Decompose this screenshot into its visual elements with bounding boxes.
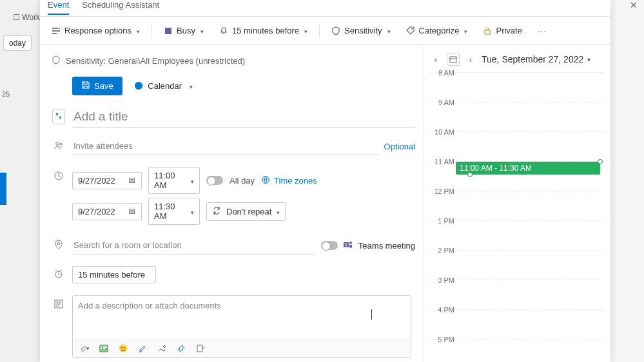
reminder-value: 15 minutes before: [78, 270, 145, 280]
calendar-picker[interactable]: Calendar: [135, 81, 193, 91]
sensitivity-button[interactable]: Sensitivity: [327, 24, 395, 37]
event-preview-block[interactable]: 11:00 AM - 11:30 AM: [456, 162, 600, 175]
tab-event[interactable]: Event: [48, 0, 69, 15]
svg-point-8: [57, 242, 60, 245]
hour-label: 1 PM: [430, 217, 454, 225]
reminder-ribbon-label: 15 minutes before: [232, 26, 299, 35]
mini-date-header[interactable]: Tue, September 27, 2022 ▾: [482, 54, 590, 64]
svg-point-4: [56, 142, 59, 145]
more-button[interactable]: ···: [534, 24, 551, 37]
svg-point-0: [59, 28, 60, 29]
teams-meeting-toggle[interactable]: [321, 241, 338, 250]
calendar-chip-label: Calendar: [148, 81, 182, 91]
hour-label: 10 AM: [430, 128, 454, 136]
hour-label: 2 PM: [430, 247, 454, 254]
more-icon: ···: [538, 26, 547, 35]
caret-icon: ▾: [587, 56, 590, 63]
caret-icon: [187, 81, 193, 91]
busy-button[interactable]: Busy: [160, 24, 208, 37]
private-label: Private: [496, 26, 522, 35]
svg-point-18: [124, 347, 125, 348]
image-icon[interactable]: [99, 343, 109, 354]
calendar-icon: 📅︎: [128, 176, 136, 185]
close-button[interactable]: ✕: [630, 0, 638, 10]
repeat-field[interactable]: Don't repeat: [206, 202, 286, 221]
ribbon: Response options Busy 15 minutes before …: [40, 17, 610, 45]
mini-date-text: Tue, September 27, 2022: [482, 54, 583, 64]
hour-grid[interactable]: 8 AM 9 AM 10 AM 11 AM 12 PM 1 PM 2 PM 3 …: [430, 72, 604, 362]
highlight-icon[interactable]: [137, 343, 148, 354]
sensitivity-label: Sensitivity: [344, 26, 382, 35]
end-time-value: 11:30 AM: [154, 202, 186, 221]
end-time-field[interactable]: 11:30 AM: [148, 198, 200, 225]
prev-day-button[interactable]: ‹: [430, 55, 442, 64]
allday-toggle[interactable]: [206, 176, 223, 185]
svg-point-11: [349, 242, 352, 244]
location-input[interactable]: [72, 236, 315, 254]
bg-selected-day-strip: [0, 173, 6, 205]
categorize-button[interactable]: Categorize: [402, 24, 472, 37]
svg-rect-1: [165, 28, 171, 34]
description-icon: [54, 299, 64, 311]
end-date-field[interactable]: 9/27/2022 📅︎: [72, 203, 142, 220]
shield-outline-icon: [52, 55, 61, 66]
reminder-field[interactable]: 15 minutes before: [72, 266, 156, 283]
description-container: ▾: [72, 295, 411, 358]
response-options-button[interactable]: Response options: [48, 24, 144, 37]
bg-today-button[interactable]: oday: [3, 35, 32, 51]
event-resize-handle-top[interactable]: [598, 159, 603, 164]
template-icon[interactable]: [195, 343, 206, 354]
tab-scheduling-assistant[interactable]: Scheduling Assistant: [82, 0, 159, 14]
attach-icon[interactable]: ▾: [79, 343, 90, 354]
private-button[interactable]: Private: [479, 24, 525, 37]
tab-bar: Event Scheduling Assistant: [40, 0, 610, 17]
hour-label: 3 PM: [430, 276, 454, 284]
event-dialog: Event Scheduling Assistant Response opti…: [40, 0, 610, 362]
calendar-color-dot: [135, 82, 142, 90]
title-decor-icon[interactable]: [52, 110, 65, 124]
description-toolbar: ▾: [73, 339, 411, 357]
hour-label: 9 AM: [430, 99, 454, 106]
bg-visible-date: 25: [2, 90, 10, 98]
text-cursor: [371, 309, 372, 319]
svg-point-16: [119, 345, 127, 352]
attendees-input[interactable]: [72, 137, 379, 155]
busy-icon: [164, 26, 173, 35]
hour-label: 8 AM: [430, 69, 454, 77]
save-button[interactable]: Save: [72, 77, 122, 95]
caret-icon: [463, 26, 467, 35]
emoji-icon[interactable]: [118, 343, 128, 354]
day-preview-pane: ‹ › Tue, September 27, 2022 ▾ 8 AM 9 AM …: [424, 45, 610, 362]
response-options-icon: [52, 26, 61, 35]
start-date-field[interactable]: 9/27/2022 📅︎: [72, 172, 142, 189]
hour-label: 4 PM: [430, 306, 454, 314]
svg-rect-19: [197, 345, 202, 352]
svg-point-5: [60, 142, 62, 144]
caret-icon: [386, 26, 391, 35]
event-resize-handle-bottom[interactable]: [467, 172, 473, 177]
start-time-field[interactable]: 11:00 AM: [148, 167, 200, 194]
title-input[interactable]: [72, 106, 415, 128]
ribbon-divider: [151, 24, 152, 37]
repeat-label: Don't repeat: [226, 207, 271, 216]
description-input[interactable]: [73, 296, 411, 337]
reminder-ribbon-button[interactable]: 15 minutes before: [215, 24, 311, 37]
link-icon[interactable]: [176, 343, 186, 354]
busy-label: Busy: [177, 26, 195, 35]
caret-icon: [135, 26, 140, 35]
svg-rect-20: [450, 57, 456, 62]
optional-attendees-link[interactable]: Optional: [384, 142, 415, 151]
caret-icon: [191, 207, 194, 216]
teams-icon: T: [343, 240, 353, 252]
next-day-button[interactable]: ›: [465, 55, 476, 64]
bell-icon: [219, 26, 228, 35]
allday-label: All day: [229, 176, 255, 186]
timezones-label: Time zones: [274, 176, 317, 186]
repeat-icon: [212, 206, 221, 217]
ink-icon[interactable]: [157, 343, 167, 354]
location-icon: [54, 240, 64, 252]
shield-icon: [331, 26, 340, 35]
today-picker-button[interactable]: [447, 53, 460, 66]
timezones-link[interactable]: Time zones: [261, 175, 317, 186]
people-icon: [54, 140, 64, 153]
